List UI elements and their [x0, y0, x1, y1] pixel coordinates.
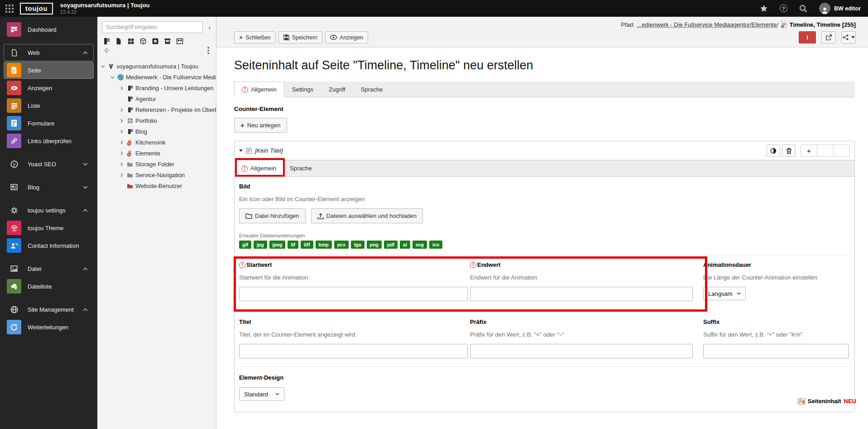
- sidebar-item-contact-information[interactable]: Contact Information: [4, 237, 94, 254]
- caret-collapsed-icon[interactable]: [119, 173, 125, 177]
- sidebar-item-liste[interactable]: Liste: [4, 97, 94, 114]
- panel-tab-allgemein[interactable]: !Allgemein: [235, 160, 283, 176]
- startwert-input[interactable]: [239, 287, 468, 301]
- element-design-select[interactable]: Standard: [239, 387, 284, 401]
- content-grid-icon[interactable]: [127, 38, 134, 45]
- tab-zugriff[interactable]: Zugriff: [321, 82, 353, 97]
- path-link[interactable]: ...edienwerk - Die Fullservice Mediaagen…: [637, 21, 778, 28]
- caret-collapsed-icon[interactable]: [119, 130, 125, 134]
- tree-node[interactable]: Blog: [97, 126, 216, 137]
- sidebar-section-yoast-seo[interactable]: y Yoast SEO: [4, 155, 94, 173]
- caret-collapsed-icon[interactable]: [119, 86, 125, 90]
- extension-badge: ico: [429, 241, 442, 249]
- tree-node[interactable]: Elemente: [97, 148, 216, 159]
- sidebar-section-blog[interactable]: Blog: [4, 178, 94, 196]
- caret-expanded-icon[interactable]: [110, 76, 115, 79]
- suffix-input[interactable]: [703, 344, 849, 358]
- required-icon: !: [470, 262, 476, 268]
- sidebar-section-site-management[interactable]: Site Management: [4, 301, 94, 318]
- extension-badge: bmp: [316, 241, 332, 249]
- titel-input[interactable]: [239, 344, 468, 358]
- tree-node[interactable]: Website-Benutzer: [97, 181, 216, 192]
- tree-node[interactable]: Medienwerk - Die Fullservice Mediaag: [97, 72, 216, 83]
- caret-expanded-icon[interactable]: [100, 65, 106, 68]
- sidebar-item-weiterleitungen[interactable]: Weiterleitungen: [4, 318, 94, 336]
- caret-collapsed-icon[interactable]: [119, 162, 125, 166]
- add-file-button[interactable]: Datei hinzufügen: [239, 208, 306, 223]
- share-button[interactable]: [841, 31, 856, 43]
- record-icon: [781, 21, 787, 28]
- gear-icon: [7, 203, 21, 217]
- view-button[interactable]: Anzeigen: [325, 31, 368, 43]
- tab-allgemein[interactable]: !Allgemein: [234, 82, 284, 97]
- counter-element-label: Counter-Element: [234, 106, 855, 112]
- delete-button[interactable]: [782, 145, 796, 157]
- tree-resize-handle[interactable]: [104, 48, 109, 53]
- move-up-button[interactable]: [817, 145, 834, 157]
- sidebar-section-web[interactable]: Web: [4, 44, 94, 61]
- extension-badge: tif: [288, 241, 298, 249]
- tree-node[interactable]: Portfolio: [97, 116, 216, 126]
- tree-node[interactable]: Agentur: [97, 94, 216, 105]
- tree-node[interactable]: Branding - Unsere Leistungen: [97, 83, 216, 94]
- caret-collapsed-icon[interactable]: [119, 108, 125, 112]
- upload-files-button[interactable]: Dateien auswählen und hochladen: [311, 208, 423, 223]
- titel-description: Titel, der im Counter-Element angezeigt …: [239, 331, 470, 338]
- sidebar-item-links-ueberpruefen[interactable]: Links überprüfen: [4, 132, 94, 149]
- sidebar-item-seite[interactable]: Seite: [4, 62, 94, 79]
- animationsdauer-select[interactable]: Langsam: [703, 287, 746, 300]
- new-page-icon[interactable]: [103, 38, 110, 45]
- close-button[interactable]: ×Schließen: [234, 31, 276, 43]
- sidebar-section-datei[interactable]: Datei: [4, 260, 94, 277]
- tree-node[interactable]: Referenzen - Projekte im Überblick: [97, 105, 216, 116]
- storage-icon[interactable]: [164, 38, 171, 45]
- tree-more-menu-icon[interactable]: •••: [205, 47, 211, 55]
- sidebar-item-toujou-theme[interactable]: toujou Theme: [4, 219, 94, 236]
- help-icon[interactable]: ?: [780, 5, 787, 12]
- panel-tab-sprache[interactable]: Sprache: [283, 160, 318, 176]
- visibility-toggle-button[interactable]: [767, 145, 780, 157]
- page-icon[interactable]: [115, 38, 122, 45]
- tree-node-root[interactable]: soyagunsarufutsumura | Toujou: [97, 61, 216, 72]
- save-button[interactable]: Speichern: [278, 31, 322, 43]
- move-down-button[interactable]: [833, 145, 850, 157]
- tab-sprache[interactable]: Sprache: [353, 82, 390, 97]
- collapse-tree-icon[interactable]: ‹: [206, 24, 212, 31]
- card-icon[interactable]: [176, 38, 183, 45]
- sidebar-item-formulare[interactable]: Formulare: [4, 115, 94, 132]
- add-button[interactable]: +: [801, 145, 817, 157]
- tree-node-label: Medienwerk - Die Fullservice Mediaag: [126, 74, 216, 81]
- panel-header[interactable]: [Kein Titel] +: [235, 141, 854, 160]
- new-record-button[interactable]: +Neu anlegen: [234, 118, 287, 133]
- sidebar-item-anzeigen[interactable]: Anzeigen: [4, 79, 94, 96]
- extension-badge: ai: [400, 241, 410, 249]
- tree-node[interactable]: Service-Navigation: [97, 170, 216, 181]
- chevron-down-icon: [83, 163, 88, 166]
- bookmark-star-icon[interactable]: [760, 5, 768, 13]
- sidebar-item-dashboard[interactable]: Dashboard: [4, 21, 94, 38]
- caret-collapsed-icon[interactable]: [119, 140, 125, 145]
- tab-settings[interactable]: Settings: [284, 82, 321, 97]
- praefix-input[interactable]: [470, 344, 693, 358]
- tree-search-input[interactable]: [102, 21, 203, 33]
- user-menu[interactable]: BW editor: [819, 3, 861, 14]
- caret-collapsed-icon[interactable]: [119, 151, 125, 155]
- search-icon[interactable]: [799, 5, 807, 13]
- toujou-logo[interactable]: toujou: [20, 3, 53, 14]
- tree-node[interactable]: Storage Folder: [97, 159, 216, 170]
- collapse-caret-icon[interactable]: [239, 149, 243, 152]
- sidebar-item-dateiliste[interactable]: Dateiliste: [4, 278, 94, 295]
- apps-grid-icon[interactable]: [5, 5, 14, 13]
- extension-badge: svg: [412, 241, 427, 249]
- share-icon: [843, 34, 849, 40]
- sidebar-section-toujou-settings[interactable]: toujou settings: [4, 202, 94, 219]
- panel-body: Bild Ein Icon oder Bild im Counter-Eleme…: [235, 177, 854, 412]
- caret-collapsed-icon[interactable]: [119, 119, 125, 123]
- tree-node[interactable]: Kitchensink: [97, 137, 216, 148]
- shortcut-cube-icon[interactable]: [139, 38, 147, 45]
- tree-node-label: Elemente: [135, 150, 160, 157]
- open-in-new-window-button[interactable]: [821, 31, 836, 43]
- info-button[interactable]: i: [799, 31, 816, 43]
- endwert-input[interactable]: [470, 287, 693, 301]
- star-badge-icon[interactable]: [152, 38, 159, 45]
